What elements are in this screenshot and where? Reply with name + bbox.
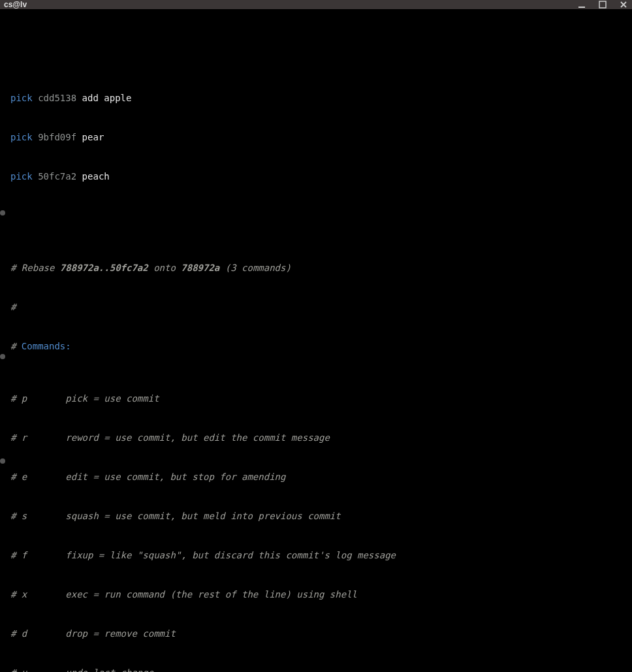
svg-rect-1	[599, 1, 606, 8]
help-line: # u undo last change	[10, 666, 629, 672]
window-titlebar: cs@lv	[0, 0, 632, 9]
commands-heading: # Commands:	[10, 340, 629, 353]
commit-line: pick 50fc7a2 peach	[10, 170, 629, 183]
help-line: # s squash = use commit, but meld into p…	[10, 509, 629, 522]
editor-viewport[interactable]: pick cdd5138 add apple pick 9bfd09f pear…	[0, 9, 632, 672]
commit-line: pick 9bfd09f pear	[10, 131, 629, 144]
svg-rect-0	[578, 7, 585, 8]
help-line: # p pick = use commit	[10, 392, 629, 405]
help-line: # d drop = remove commit	[10, 627, 629, 640]
fringe-marker	[0, 354, 5, 359]
buffer-content: pick cdd5138 add apple pick 9bfd09f pear…	[3, 52, 629, 672]
rebase-header: # Rebase 788972a..50fc7a2 onto 788972a (…	[10, 261, 629, 274]
window-title: cs@lv	[4, 0, 27, 9]
help-line: # r reword = use commit, but edit the co…	[10, 431, 629, 444]
comment-line: #	[10, 300, 629, 313]
close-button[interactable]	[619, 0, 628, 9]
minimize-button[interactable]	[577, 0, 586, 9]
help-line: # x exec = run command (the rest of the …	[10, 588, 629, 601]
fringe	[0, 9, 8, 672]
blank-line	[10, 209, 629, 222]
fringe-marker	[0, 210, 5, 216]
fringe-marker	[0, 458, 5, 464]
commit-line: pick cdd5138 add apple	[10, 91, 629, 104]
maximize-button[interactable]	[598, 0, 607, 9]
help-line: # f fixup = like "squash", but discard t…	[10, 549, 629, 562]
help-line: # e edit = use commit, but stop for amen…	[10, 470, 629, 483]
